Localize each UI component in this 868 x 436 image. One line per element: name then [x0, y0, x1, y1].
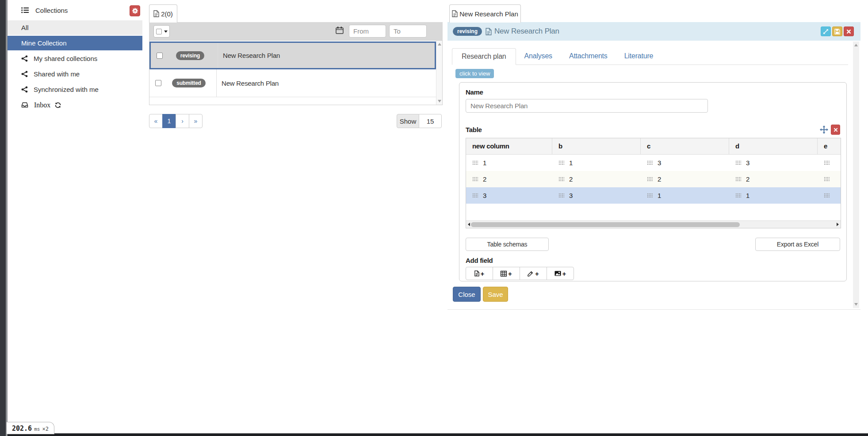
column-header[interactable]: new column — [466, 138, 552, 154]
drag-handle-icon[interactable] — [735, 177, 741, 182]
expand-button[interactable] — [821, 27, 831, 36]
header-close-button[interactable] — [844, 27, 854, 36]
pagination-page-1[interactable]: 1 — [162, 114, 176, 128]
sidebar-item-inbox[interactable]: Inbox — [8, 98, 142, 112]
sidebar-item-shared-with-me[interactable]: Shared with me — [8, 67, 142, 81]
drag-handle-icon[interactable] — [735, 160, 741, 165]
table-grid-icon — [501, 271, 507, 277]
pagination-last-button[interactable]: » — [189, 114, 203, 128]
drag-handle-icon[interactable] — [824, 193, 830, 198]
scroll-down-icon[interactable] — [854, 303, 858, 306]
sidebar-item-label: Inbox — [34, 101, 50, 109]
bottom-edge-strip — [0, 433, 868, 436]
sidebar-item-all[interactable]: All — [8, 20, 142, 35]
table-row-selected[interactable]: 3 3 1 1 — [466, 187, 841, 204]
drag-handle-icon[interactable] — [558, 193, 564, 198]
drag-handle-icon[interactable] — [824, 177, 830, 182]
detail-scrollbar[interactable] — [853, 42, 859, 308]
cell-value: 2 — [483, 175, 486, 183]
scroll-right-icon[interactable] — [837, 223, 839, 226]
list-item[interactable]: submitted New Research Plan — [149, 69, 436, 97]
collections-settings-button[interactable] — [130, 5, 140, 16]
sidebar-item-label: All — [21, 24, 29, 31]
app-root: Collections All Mine Collection My share… — [0, 0, 868, 436]
drag-handle-icon[interactable] — [472, 193, 478, 198]
header-save-button[interactable] — [832, 27, 842, 36]
scroll-left-icon[interactable] — [468, 223, 470, 226]
list-item-title[interactable]: New Research Plan — [218, 52, 435, 59]
scroll-down-icon[interactable] — [438, 100, 441, 102]
cell-value: 3 — [658, 159, 661, 167]
delete-table-button[interactable] — [831, 125, 840, 135]
table-row[interactable]: 1 1 3 3 — [466, 155, 841, 171]
list-toolbar — [149, 22, 443, 40]
detail-tab[interactable]: New Research Plan — [449, 4, 521, 23]
date-to-input[interactable] — [389, 25, 427, 38]
sidebar-item-mine-collection[interactable]: Mine Collection — [8, 36, 142, 50]
plans-list-rows: revising New Research Plan submitted New… — [149, 41, 436, 105]
sidebar-item-label: Synchronized with me — [34, 86, 99, 93]
column-header[interactable]: d — [729, 138, 818, 154]
table-horizontal-scrollbar[interactable] — [466, 220, 841, 228]
tab-attachments[interactable]: Attachments — [561, 48, 616, 64]
select-all-dropdown-button[interactable] — [153, 25, 170, 38]
sidebar-header: Collections — [8, 0, 142, 20]
plus-icon: + — [535, 270, 539, 277]
drag-handle-icon[interactable] — [472, 177, 478, 182]
tab-research-plan[interactable]: Research plan — [452, 48, 516, 65]
list-count-tab[interactable]: 2(0) — [149, 4, 177, 23]
add-text-field-button[interactable]: + — [466, 267, 493, 280]
sidebar-item-synchronized-with-me[interactable]: Synchronized with me — [8, 82, 142, 97]
tab-analyses[interactable]: Analyses — [516, 48, 561, 64]
list-item[interactable]: revising New Research Plan — [149, 42, 436, 69]
drag-handle-icon[interactable] — [558, 160, 564, 165]
pagination-first-button[interactable]: « — [149, 114, 163, 128]
show-button[interactable]: Show — [397, 114, 419, 128]
column-header[interactable]: c — [641, 138, 729, 154]
drag-handle-icon[interactable] — [824, 160, 830, 165]
add-image-field-button[interactable]: + — [547, 267, 574, 280]
row-checkbox[interactable] — [157, 53, 163, 59]
drag-handle-icon[interactable] — [647, 177, 653, 182]
move-icon[interactable] — [820, 125, 828, 134]
drag-handle-icon[interactable] — [735, 193, 741, 198]
page-size-value[interactable]: 15 — [419, 114, 442, 128]
debug-time: 202.6 — [12, 425, 32, 432]
list-scrollbar[interactable] — [436, 41, 442, 105]
list-item-meta: revising — [151, 43, 218, 68]
scroll-up-icon[interactable] — [438, 43, 441, 45]
export-excel-button[interactable]: Export as Excel — [755, 238, 840, 251]
list-item-title[interactable]: New Research Plan — [217, 80, 436, 87]
select-all-checkbox[interactable] — [156, 29, 162, 34]
name-field[interactable] — [466, 99, 708, 113]
drag-handle-icon[interactable] — [472, 160, 478, 165]
refresh-icon[interactable] — [55, 102, 61, 108]
debug-unit: ms — [34, 426, 40, 432]
add-table-field-button[interactable]: + — [493, 267, 520, 280]
column-header[interactable]: e — [818, 138, 841, 154]
pagination-next-button[interactable]: › — [176, 114, 189, 128]
pencil-square-icon — [528, 271, 534, 277]
x-icon — [834, 128, 838, 132]
date-from-input[interactable] — [349, 25, 386, 38]
debug-timing-chip[interactable]: 202.6 ms ×2 — [7, 422, 54, 434]
share-icon — [21, 55, 28, 62]
add-edit-field-button[interactable]: + — [520, 267, 547, 280]
click-to-view-badge[interactable]: click to view — [455, 69, 494, 78]
drag-handle-icon[interactable] — [647, 160, 653, 165]
tab-literature[interactable]: Literature — [616, 48, 662, 64]
table-row[interactable]: 2 2 2 2 — [466, 171, 841, 187]
scroll-up-icon[interactable] — [854, 44, 858, 46]
scrollbar-thumb[interactable] — [471, 222, 740, 227]
sidebar-item-my-shared-collections[interactable]: My shared collections — [8, 51, 142, 66]
status-badge: revising — [176, 51, 204, 60]
close-button[interactable]: Close — [453, 287, 481, 302]
row-checkbox[interactable] — [155, 80, 161, 86]
column-header[interactable]: b — [552, 138, 641, 154]
left-edge-strip-light — [6, 0, 8, 436]
drag-handle-icon[interactable] — [647, 193, 653, 198]
sidebar-item-label: Mine Collection — [21, 39, 67, 47]
drag-handle-icon[interactable] — [558, 177, 564, 182]
save-button[interactable]: Save — [483, 287, 508, 302]
table-schemas-button[interactable]: Table schemas — [466, 238, 549, 251]
